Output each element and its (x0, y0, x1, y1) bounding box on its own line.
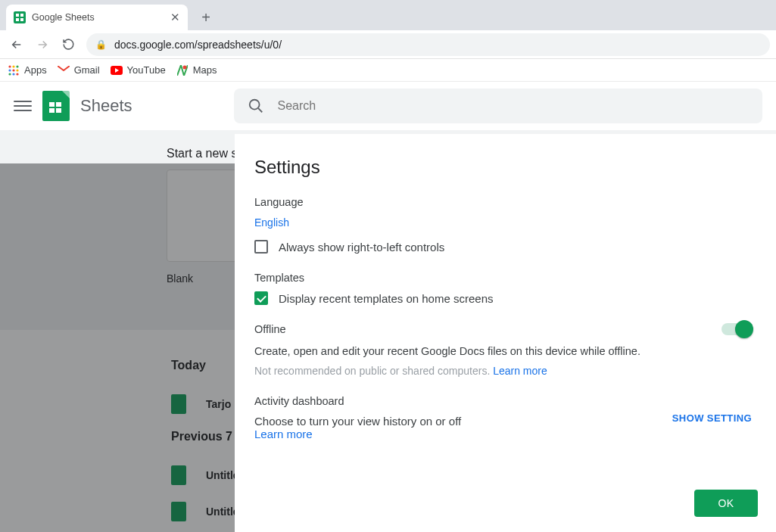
close-tab-icon[interactable]: ✕ (170, 11, 180, 24)
youtube-icon (111, 64, 123, 76)
bookmark-label: Maps (193, 64, 217, 76)
search-icon (248, 98, 264, 114)
tab-title: Google Sheets (32, 12, 95, 23)
search-placeholder: Search (278, 99, 316, 113)
svg-point-5 (12, 65, 14, 67)
offline-learn-more-link[interactable]: Learn more (493, 365, 547, 377)
rtl-checkbox[interactable] (254, 240, 268, 254)
activity-heading: Activity dashboard (254, 395, 461, 407)
settings-dialog: Settings Language English Always show ri… (235, 134, 776, 532)
bookmark-gmail[interactable]: Gmail (58, 64, 100, 76)
svg-point-8 (12, 69, 14, 71)
svg-rect-3 (20, 18, 23, 21)
svg-point-10 (8, 73, 11, 75)
svg-rect-1 (20, 14, 23, 17)
svg-point-7 (8, 69, 11, 71)
bookmark-apps[interactable]: Apps (8, 64, 47, 76)
browser-tabstrip: Google Sheets ✕ + (0, 0, 776, 30)
new-tab-button[interactable]: + (195, 7, 217, 28)
ok-button[interactable]: OK (694, 490, 758, 517)
forward-button[interactable] (32, 34, 53, 55)
offline-heading: Offline (254, 323, 640, 335)
main-menu-button[interactable] (14, 97, 32, 115)
svg-point-4 (8, 65, 11, 67)
templates-label: Display recent templates on home screens (279, 292, 493, 305)
activity-section: Activity dashboard Choose to turn your v… (254, 395, 752, 441)
svg-rect-0 (16, 14, 19, 17)
svg-point-6 (16, 65, 18, 67)
reload-button[interactable] (58, 34, 79, 55)
templates-section: Templates Display recent templates on ho… (254, 272, 752, 305)
activity-learn-more-link[interactable]: Learn more (254, 428, 313, 440)
language-section: Language English Always show right-to-le… (254, 196, 752, 254)
templates-heading: Templates (254, 272, 752, 284)
bookmark-youtube[interactable]: YouTube (111, 64, 166, 76)
gmail-icon (58, 64, 70, 76)
offline-section: Offline Create, open and edit your recen… (254, 323, 752, 377)
address-bar[interactable]: 🔒 docs.google.com/spreadsheets/u/0/ (86, 33, 770, 56)
svg-rect-2 (16, 18, 19, 21)
lock-icon: 🔒 (95, 39, 107, 50)
sheets-favicon-icon (14, 11, 26, 23)
bookmark-label: Gmail (74, 64, 100, 76)
templates-checkbox[interactable] (254, 291, 268, 305)
language-link[interactable]: English (254, 216, 289, 229)
apps-icon (8, 64, 20, 76)
bookmark-label: YouTube (127, 64, 166, 76)
show-setting-button[interactable]: SHOW SETTING (672, 412, 752, 424)
offline-body: Create, open and edit your recent Google… (254, 343, 640, 360)
back-button[interactable] (6, 34, 27, 55)
search-box[interactable]: Search (234, 89, 763, 123)
bookmark-label: Apps (24, 64, 47, 76)
maps-icon (176, 64, 189, 76)
language-heading: Language (254, 196, 752, 208)
dialog-title: Settings (254, 157, 752, 178)
offline-hint: Not recommended on public or shared comp… (254, 365, 640, 377)
svg-point-11 (12, 73, 14, 75)
bookmark-bar: Apps Gmail YouTube Maps (0, 59, 776, 82)
sheets-logo-icon (42, 91, 70, 121)
browser-toolbar: 🔒 docs.google.com/spreadsheets/u/0/ (0, 30, 776, 59)
sheets-header: Sheets Search (0, 82, 776, 130)
offline-hint-text: Not recommended on public or shared comp… (254, 365, 490, 377)
svg-point-9 (16, 69, 18, 71)
svg-point-14 (182, 65, 186, 69)
svg-point-12 (16, 73, 18, 75)
url-text: docs.google.com/spreadsheets/u/0/ (114, 39, 282, 51)
product-name: Sheets (80, 96, 132, 116)
offline-toggle[interactable] (721, 322, 752, 337)
rtl-label: Always show right-to-left controls (279, 241, 444, 254)
bookmark-maps[interactable]: Maps (176, 64, 217, 76)
browser-tab[interactable]: Google Sheets ✕ (6, 5, 188, 30)
activity-body: Choose to turn your view history on or o… (254, 415, 461, 428)
svg-point-15 (249, 100, 259, 110)
